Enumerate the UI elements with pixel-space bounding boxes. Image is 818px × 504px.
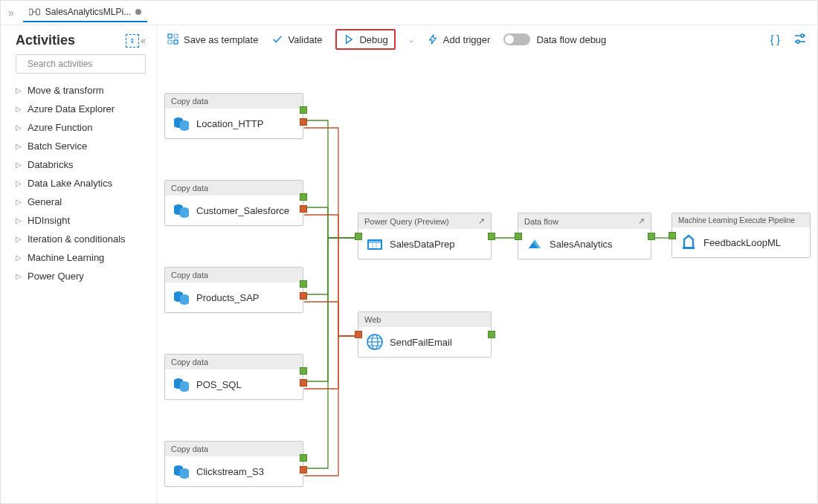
svg-rect-6 (174, 34, 178, 38)
dataflow-icon (526, 235, 544, 253)
category-item[interactable]: ▷Batch Service (16, 137, 146, 155)
success-port[interactable] (300, 106, 307, 114)
category-item[interactable]: ▷Databricks (16, 155, 146, 174)
pipeline-canvas[interactable]: Copy data Location_HTTP Copy data Custom… (157, 54, 817, 504)
activities-sidebar: Activities ⇕ « ▷Move & transform ▷Azure … (1, 25, 157, 504)
svg-rect-7 (168, 40, 172, 44)
category-item[interactable]: ▷General (16, 193, 146, 211)
activity-node-web[interactable]: Web SendFailEmail (358, 311, 492, 358)
copy-data-icon (173, 114, 190, 132)
tab-title: SalesAnalyticsMLPi... (45, 7, 131, 17)
category-item[interactable]: ▷Power Query (16, 267, 146, 285)
category-item[interactable]: ▷Azure Data Explorer (16, 100, 146, 118)
copy-data-icon (173, 375, 190, 393)
copy-data-icon (173, 288, 190, 306)
check-icon (271, 33, 283, 45)
success-port[interactable] (488, 233, 495, 240)
svg-point-3 (21, 64, 22, 65)
chevron-right-icon: ▷ (16, 105, 23, 113)
input-port[interactable] (669, 232, 676, 239)
activity-node-copy[interactable]: Copy data Clickstream_S3 (164, 441, 303, 487)
activity-node-copy[interactable]: Copy data Customer_Salesforce (164, 180, 303, 226)
input-port[interactable] (355, 331, 362, 338)
chevron-right-icon: ▷ (16, 235, 23, 243)
search-input[interactable] (26, 58, 141, 70)
save-as-template-button[interactable]: Save as template (167, 33, 258, 45)
category-list: ▷Move & transform ▷Azure Data Explorer ▷… (16, 81, 146, 285)
chevron-right-icon: ▷ (16, 272, 23, 280)
unsaved-indicator-icon (135, 9, 141, 15)
category-item[interactable]: ▷Azure Function (16, 118, 146, 137)
search-activities[interactable] (16, 54, 146, 74)
chevron-right-icon: ▷ (16, 253, 23, 262)
chevron-right-icon: ▷ (16, 179, 23, 187)
debug-button[interactable]: Debug (343, 33, 387, 45)
pipeline-icon (29, 7, 41, 17)
activity-node-powerquery[interactable]: Power Query (Preview)↗ SalesDataPrep (358, 213, 492, 259)
category-item[interactable]: ▷Move & transform (16, 81, 146, 100)
chevron-right-icon: ▷ (16, 123, 23, 132)
validate-button[interactable]: Validate (271, 33, 322, 45)
success-port[interactable] (300, 280, 307, 288)
activity-node-copy[interactable]: Copy data POS_SQL (164, 354, 303, 400)
chevron-right-icon: ▷ (16, 198, 23, 206)
toggle-switch-icon (503, 33, 530, 45)
add-trigger-button[interactable]: Add trigger (427, 33, 491, 45)
expand-icon[interactable]: ↗ (478, 216, 485, 226)
app-window: » SalesAnalyticsMLPi... Activities ⇕ « ▷… (0, 0, 818, 504)
chevron-right-icon: ▷ (16, 161, 23, 169)
activity-node-ml[interactable]: Machine Learning Execute Pipeline Feedba… (672, 213, 811, 258)
success-port[interactable] (488, 331, 495, 338)
chevron-right-icon: ▷ (16, 142, 23, 150)
copy-data-icon (173, 462, 190, 480)
pipeline-toolbar: Save as template Validate Debug ⌵ Add tr… (157, 25, 817, 54)
sidebar-title: Activities (16, 33, 75, 48)
input-port[interactable] (355, 233, 362, 240)
success-port[interactable] (300, 454, 307, 462)
category-item[interactable]: ▷Data Lake Analytics (16, 174, 146, 193)
lightning-icon (427, 33, 439, 45)
category-item[interactable]: ▷HDInsight (16, 211, 146, 230)
success-port[interactable] (300, 367, 307, 375)
svg-rect-0 (29, 9, 33, 15)
pipeline-tab[interactable]: SalesAnalyticsMLPi... (23, 3, 147, 22)
chevron-right-icon: ▷ (16, 86, 23, 94)
input-port[interactable] (515, 233, 522, 240)
failure-port[interactable] (300, 118, 307, 126)
failure-port[interactable] (300, 292, 307, 300)
expand-tabs-icon[interactable]: » (5, 7, 17, 19)
category-item[interactable]: ▷Machine Learning (16, 248, 146, 267)
chevron-right-icon: ▷ (16, 216, 23, 224)
activity-node-copy[interactable]: Copy data Location_HTTP (164, 93, 303, 139)
svg-rect-1 (36, 9, 39, 15)
svg-point-12 (796, 40, 799, 43)
activity-node-copy[interactable]: Copy data Products_SAP (164, 267, 303, 313)
svg-rect-25 (369, 241, 381, 243)
main-panel: Save as template Validate Debug ⌵ Add tr… (157, 25, 817, 504)
expand-icon[interactable]: ↗ (638, 216, 645, 226)
dataflow-debug-toggle[interactable]: Data flow debug (503, 33, 606, 45)
svg-rect-5 (168, 34, 172, 38)
debug-button-group: Debug (335, 29, 395, 50)
search-icon (21, 59, 22, 69)
failure-port[interactable] (300, 466, 307, 474)
category-item[interactable]: ▷Iteration & conditionals (16, 230, 146, 248)
success-port[interactable] (300, 193, 307, 201)
copy-data-icon (173, 201, 190, 219)
play-icon (343, 33, 355, 45)
activity-node-dataflow[interactable]: Data flow↗ SalesAnalytics (518, 213, 651, 259)
failure-port[interactable] (300, 205, 307, 213)
svg-rect-8 (174, 40, 178, 44)
success-port[interactable] (648, 233, 655, 240)
svg-point-10 (801, 34, 804, 37)
failure-port[interactable] (300, 379, 307, 387)
code-view-button[interactable]: { } (770, 33, 780, 45)
settings-icon[interactable] (793, 33, 807, 47)
collapse-panel-button[interactable]: ⇕ « (126, 34, 146, 48)
powerquery-icon (366, 235, 384, 253)
tab-bar: » SalesAnalyticsMLPi... (1, 1, 817, 25)
svg-rect-28 (683, 247, 695, 249)
debug-dropdown-chevron[interactable]: ⌵ (409, 36, 413, 44)
globe-icon (366, 333, 384, 351)
template-icon (167, 33, 179, 45)
